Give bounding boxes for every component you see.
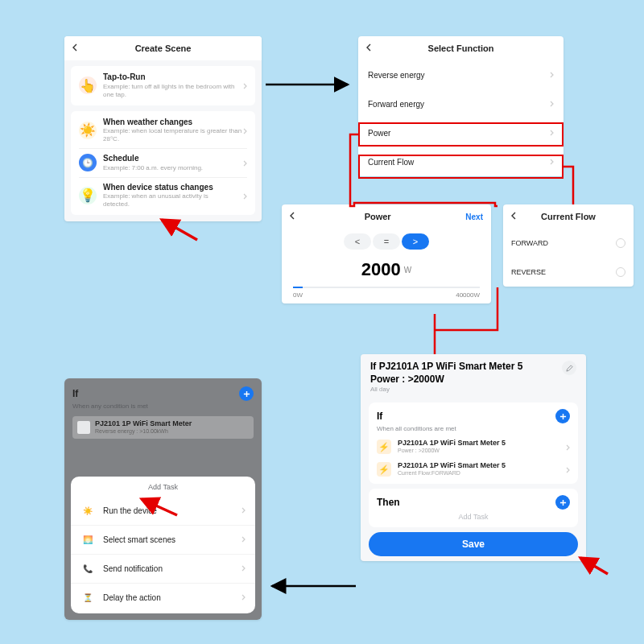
chevron-right-icon xyxy=(242,506,246,515)
add-task-button[interactable] xyxy=(555,495,570,510)
chevron-right-icon xyxy=(566,462,570,477)
page-title: Create Scene xyxy=(82,43,254,53)
add-condition-button[interactable] xyxy=(239,386,254,401)
option-tap-to-run[interactable]: 👆 Tap-to-RunExample: turn off all lights… xyxy=(71,68,255,104)
option-schedule[interactable]: 🕒 ScheduleExample: 7:00 a.m. every morni… xyxy=(71,149,255,177)
svg-line-2 xyxy=(162,220,197,240)
chevron-right-icon xyxy=(242,593,246,602)
power-value-input[interactable]: 2000W xyxy=(342,254,431,285)
select-function-panel: Select Function Reverse energy Forward e… xyxy=(358,36,564,176)
condition-row[interactable]: ⚡ PJ2101A 1P WiFi Smart Meter 5Current F… xyxy=(377,461,570,477)
fn-power[interactable]: Power xyxy=(358,118,564,147)
radio-icon xyxy=(616,267,625,277)
opt-forward[interactable]: FORWARD xyxy=(503,229,634,258)
phone-icon: 📞 xyxy=(80,562,95,576)
fn-reverse-energy[interactable]: Reverse energy xyxy=(358,60,564,89)
bolt-icon: ⚡ xyxy=(377,462,391,477)
bolt-icon: ⚡ xyxy=(377,440,391,454)
chevron-right-icon xyxy=(242,564,246,573)
op-gt[interactable]: > xyxy=(402,233,429,250)
chevron-right-icon xyxy=(243,123,247,138)
add-task-panel: If When any condition is met PJ2101 1P W… xyxy=(64,378,262,620)
flow-arrow xyxy=(266,76,354,93)
save-button[interactable]: Save xyxy=(369,532,578,556)
current-flow-panel: Current Flow FORWARD REVERSE xyxy=(503,204,634,287)
power-slider[interactable] xyxy=(293,287,480,288)
clock-icon: 🕒 xyxy=(79,154,97,171)
page-title: Power xyxy=(299,212,465,221)
chevron-right-icon xyxy=(243,188,247,203)
chevron-right-icon xyxy=(550,129,554,138)
sun-icon: ☀️ xyxy=(80,503,95,518)
chevron-right-icon xyxy=(550,100,554,109)
edit-icon[interactable] xyxy=(562,361,576,375)
condition-row[interactable]: ⚡ PJ2101A 1P WiFi Smart Meter 5Power : >… xyxy=(377,439,570,455)
radio-icon xyxy=(616,238,625,248)
task-delay[interactable]: ⏳Delay the action xyxy=(71,583,255,612)
bulb-icon: 💡 xyxy=(79,187,97,204)
chevron-right-icon xyxy=(242,535,246,544)
chevron-right-icon xyxy=(243,78,247,93)
back-icon[interactable] xyxy=(72,43,82,53)
chevron-right-icon xyxy=(550,71,554,80)
sun-icon: ☀️ xyxy=(79,122,97,139)
add-condition-button[interactable] xyxy=(555,409,570,423)
add-task-sheet: Add Task ☀️Run the device 🌅Select smart … xyxy=(71,477,255,613)
option-weather[interactable]: ☀️ When weather changesExample: when loc… xyxy=(71,113,255,149)
chevron-right-icon xyxy=(550,158,554,167)
create-scene-panel: Create Scene 👆 Tap-to-RunExample: turn o… xyxy=(64,36,262,221)
back-icon[interactable] xyxy=(511,212,521,221)
back-icon[interactable] xyxy=(290,212,299,221)
fn-forward-energy[interactable]: Forward energy xyxy=(358,89,564,118)
task-select-scenes[interactable]: 🌅Select smart scenes xyxy=(71,525,255,554)
automation-panel: If PJ2101A 1P WiFi Smart Meter 5 Power :… xyxy=(361,354,586,561)
task-send-notification[interactable]: 📞Send notification xyxy=(71,554,255,583)
page-title: Current Flow xyxy=(521,212,625,221)
then-block: Then Add Task xyxy=(369,489,578,527)
power-panel: Power Next < = > 2000W 0W40000W xyxy=(282,204,491,303)
hourglass-icon: ⏳ xyxy=(80,591,95,605)
op-eq[interactable]: = xyxy=(373,233,400,250)
condition-row[interactable]: PJ2101 1P WiFi Smart MeterReverse energy… xyxy=(72,416,254,439)
option-device-status[interactable]: 💡 When device status changesExample: whe… xyxy=(71,178,255,214)
flow-arrow xyxy=(266,578,358,594)
page-title: Select Function xyxy=(376,43,555,53)
chevron-right-icon xyxy=(566,440,570,454)
sunset-icon: 🌅 xyxy=(80,533,95,547)
fn-current-flow[interactable]: Current Flow xyxy=(358,147,564,176)
tap-icon: 👆 xyxy=(79,76,97,94)
back-icon[interactable] xyxy=(366,43,376,53)
op-lt[interactable]: < xyxy=(344,233,371,250)
if-block: If When all conditions are met ⚡ PJ2101A… xyxy=(369,402,578,484)
opt-reverse[interactable]: REVERSE xyxy=(503,258,634,287)
device-icon xyxy=(77,421,90,434)
task-run-device[interactable]: ☀️Run the device xyxy=(71,496,255,525)
chevron-right-icon xyxy=(243,155,247,170)
next-button[interactable]: Next xyxy=(465,213,483,221)
